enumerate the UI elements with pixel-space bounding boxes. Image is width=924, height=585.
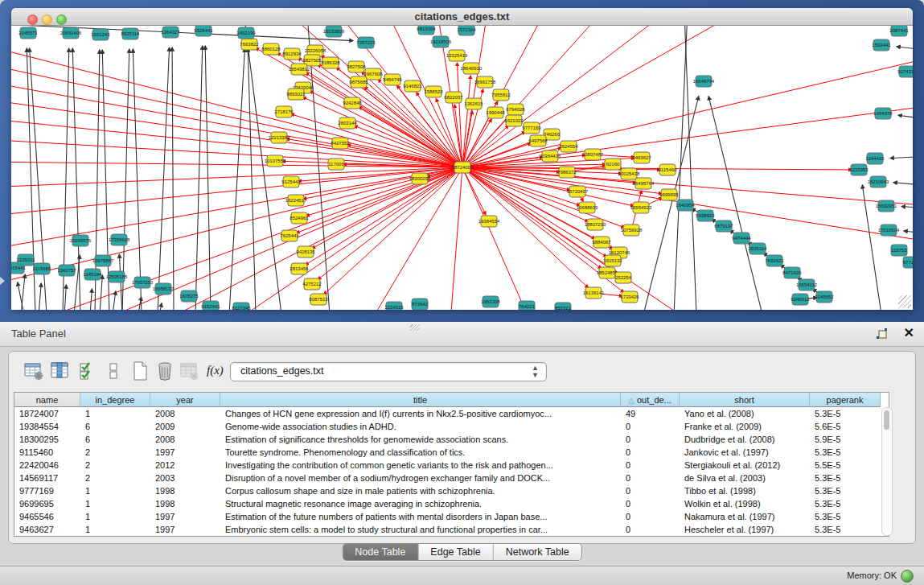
table-cell: 5.3E-5 bbox=[810, 497, 881, 510]
table-row[interactable]: 946554611997Estimation of the future num… bbox=[14, 510, 889, 523]
graph-node-label: 16958107 bbox=[153, 286, 175, 291]
splitter-grip[interactable] bbox=[410, 324, 420, 331]
graph-node-label: 10025438 bbox=[618, 171, 640, 176]
table-row[interactable]: 977716911998Corpus callosum shape and si… bbox=[14, 484, 889, 497]
graph-edge bbox=[462, 126, 508, 167]
table-cell: Genome-wide association studies in ADHD. bbox=[220, 420, 621, 433]
float-panel-icon[interactable] bbox=[876, 327, 890, 341]
column-header-name[interactable]: name bbox=[14, 393, 80, 407]
graph-node-label: 9152441 bbox=[201, 304, 220, 309]
tab-edge-table[interactable]: Edge Table bbox=[418, 544, 493, 560]
table-cell: 18300295 bbox=[14, 433, 80, 446]
graph-node-label: 1145194 bbox=[84, 272, 103, 277]
column-header-title[interactable]: title bbox=[220, 393, 621, 407]
table-row[interactable]: 1830029562008Estimation of significance … bbox=[14, 433, 889, 446]
table-cell: Disruption of a novel member of a sodium… bbox=[220, 472, 621, 484]
table-cell: 5.9E-5 bbox=[810, 433, 881, 446]
table-cell: 5.6E-5 bbox=[810, 420, 881, 433]
graph-node-label: 3915441 bbox=[11, 266, 26, 270]
table-settings-icon[interactable] bbox=[23, 360, 44, 381]
graph-edge bbox=[708, 97, 762, 310]
graph-node-label: 1335011 bbox=[17, 257, 36, 262]
graph-node-label: 9875685 bbox=[349, 80, 368, 84]
column-header-year[interactable]: year bbox=[150, 393, 220, 407]
graph-edge bbox=[904, 231, 913, 234]
graph-node-label: 2803144 bbox=[338, 121, 357, 126]
graph-edge bbox=[64, 285, 66, 310]
graph-edge bbox=[310, 91, 462, 167]
delete-column-icon[interactable] bbox=[154, 360, 175, 381]
table-row[interactable]: 1938455462009Genome-wide association stu… bbox=[14, 420, 889, 433]
column-header-in_degree[interactable]: in_degree bbox=[80, 393, 150, 407]
graph-node-label: 6215953 bbox=[849, 167, 869, 172]
graph-node-label: 16210643 bbox=[868, 179, 889, 184]
table-row[interactable]: 1456911722003Disruption of a novel membe… bbox=[14, 472, 889, 484]
graph-node-label: 10107552 bbox=[265, 159, 286, 163]
table-row[interactable]: 946362711997Embryonic stem cells: a mode… bbox=[14, 523, 889, 536]
table-cell: Hescheler et al. (1997) bbox=[680, 523, 810, 536]
table-cell: 1998 bbox=[150, 497, 220, 510]
citation-network-graph[interactable]: 1872400776638228860128891293423226058982… bbox=[11, 26, 913, 310]
table-selector-dropdown[interactable]: citations_edges.txt ▲▼ bbox=[230, 362, 547, 381]
graph-node-label: 20691406 bbox=[60, 31, 82, 35]
function-builder-icon[interactable]: f(x) bbox=[207, 364, 224, 377]
graph-node-label: 9699695 bbox=[659, 192, 679, 197]
delete-table-icon bbox=[179, 360, 199, 381]
network-window-titlebar[interactable]: citations_edges.txt bbox=[11, 8, 913, 26]
graph-node-label: 20364436 bbox=[540, 154, 561, 159]
show-columns-icon[interactable] bbox=[49, 360, 70, 381]
graph-node-label: 18807293 bbox=[585, 222, 606, 227]
table-cell: 0 bbox=[621, 446, 680, 459]
table-cell: Jankovic et al. (1997) bbox=[680, 446, 810, 459]
graph-node-label: 8127345 bbox=[232, 306, 251, 310]
table-cell: 2003 bbox=[150, 472, 220, 484]
graph-node-label: 8524961 bbox=[290, 216, 309, 220]
graph-node-label: 2813456 bbox=[290, 266, 309, 271]
graph-edge bbox=[318, 167, 462, 279]
select-all-icon[interactable] bbox=[77, 360, 98, 381]
table-row[interactable]: 911546021997Tourette syndrome. Phenomeno… bbox=[14, 446, 889, 459]
table-row[interactable]: 2242004622012Investigating the contribut… bbox=[14, 459, 889, 472]
window-resize-grip[interactable] bbox=[898, 295, 911, 308]
table-row[interactable]: 1872400712008Changes of HCN gene express… bbox=[14, 407, 889, 420]
new-column-icon[interactable] bbox=[129, 360, 150, 381]
table-cell: de Silva et al. (2003) bbox=[680, 472, 810, 484]
table-cell: 2008 bbox=[150, 433, 220, 446]
column-header-pagerank[interactable]: pagerank bbox=[810, 393, 881, 407]
graph-node-label: 16120746 bbox=[609, 250, 630, 255]
unselect-all-icon[interactable] bbox=[103, 360, 124, 381]
column-header-short[interactable]: short bbox=[680, 393, 810, 407]
table-scrollbar-thumb[interactable] bbox=[884, 410, 889, 430]
tab-node-table[interactable]: Node Table bbox=[343, 544, 418, 560]
graph-edge bbox=[102, 50, 109, 310]
graph-node-label: 15692951 bbox=[876, 204, 897, 208]
graph-node-label: 252254 bbox=[615, 275, 632, 280]
table-cell: 1 bbox=[80, 497, 150, 510]
graph-edge bbox=[229, 48, 244, 310]
graph-node-label: 1615132 bbox=[603, 258, 622, 263]
column-header-out_de[interactable]: △ out_de... bbox=[621, 393, 680, 407]
close-icon[interactable]: ✕ bbox=[904, 325, 914, 340]
graph-edge bbox=[462, 167, 588, 288]
table-cell: 6 bbox=[80, 420, 150, 433]
panel-collapse-handle[interactable] bbox=[0, 277, 5, 285]
node-attribute-table: namein_degreeyeartitle△ out_de...shortpa… bbox=[14, 392, 889, 537]
graph-node-label: 10688609 bbox=[577, 205, 598, 210]
table-row[interactable]: 969969511998Structural magnetic resonanc… bbox=[14, 497, 889, 510]
network-canvas[interactable]: 1872400776638228860128891293423226058982… bbox=[11, 26, 913, 310]
table-cell: Wolkin et al. (1998) bbox=[680, 497, 810, 510]
table-cell: Stergiakouli et al. (2012) bbox=[680, 459, 810, 472]
graph-node-label: 3624554 bbox=[559, 144, 578, 149]
table-cell: 9465546 bbox=[14, 510, 80, 523]
memory-status-icon[interactable] bbox=[901, 570, 914, 583]
table-cell: 19384554 bbox=[14, 420, 80, 433]
network-window: citations_edges.txt 18724007766382288601… bbox=[11, 8, 913, 309]
graph-edge bbox=[302, 97, 462, 167]
graph-edge bbox=[450, 167, 462, 310]
table-scrollbar[interactable] bbox=[881, 407, 893, 536]
graph-node-label: 18724007 bbox=[452, 165, 474, 170]
table-cell: 5.5E-5 bbox=[810, 459, 881, 472]
tab-network-table[interactable]: Network Table bbox=[494, 544, 581, 560]
graph-edge bbox=[11, 162, 462, 167]
graph-node-label: 7955812 bbox=[491, 93, 511, 97]
